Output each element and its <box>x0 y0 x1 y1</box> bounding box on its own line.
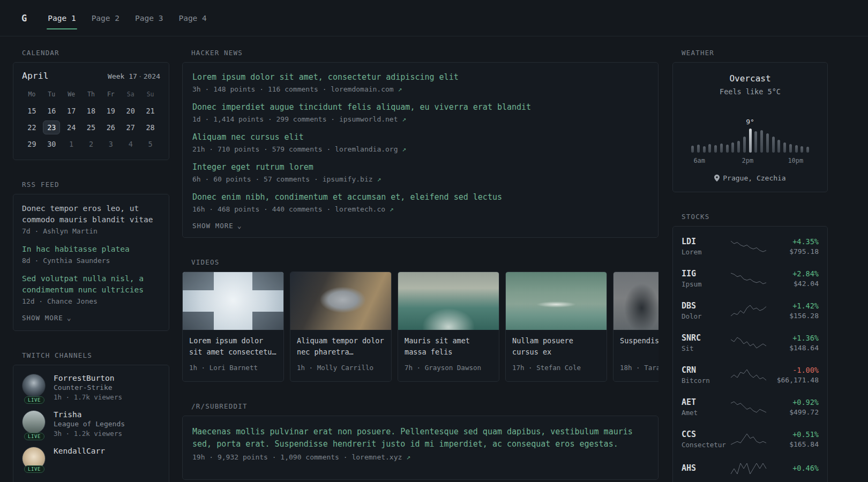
twitch-avatar-wrap: LIVE <box>22 410 47 438</box>
post-meta-text: 16h · 468 points · 440 comments · <box>192 205 335 213</box>
weather-bar <box>737 141 740 153</box>
tab-page-2[interactable]: Page 2 <box>91 0 121 36</box>
tab-page-4[interactable]: Page 4 <box>177 0 207 36</box>
twitch-list: LIVEForrestBurtonCounter-Strike1h · 1.7k… <box>22 374 160 470</box>
video-title[interactable]: Suspendisse diam <box>620 335 659 359</box>
post-meta-text: 19h · 9,932 points · 1,090 comments · <box>192 453 351 461</box>
video-card[interactable]: Suspendisse diam18h · Tara <box>613 272 659 382</box>
weather-bar-highlight: 9° <box>749 129 752 153</box>
twitch-avatar <box>22 410 46 434</box>
weather-time-label: 2pm <box>742 157 754 164</box>
post-meta-text: 21h · 710 points · 579 comments · <box>192 145 335 153</box>
stock-row[interactable]: CCSConsectetur+0.51%$165.84 <box>682 423 819 455</box>
stock-row[interactable]: AHS+0.46% <box>682 455 819 482</box>
weather-bar <box>795 145 798 153</box>
video-thumbnail[interactable] <box>183 272 283 330</box>
video-card[interactable]: Nullam posuere cursus ex17h · Stefan Col… <box>505 272 607 382</box>
stock-row[interactable]: LDILorem+4.35%$795.18 <box>682 230 819 262</box>
external-link-icon: ↗ <box>390 205 394 213</box>
tab-page-3[interactable]: Page 3 <box>134 0 164 36</box>
stock-row[interactable]: DBSDolor+1.42%$156.28 <box>682 295 819 327</box>
stock-sparkline <box>729 239 768 253</box>
post-domain-link[interactable]: loremlandia.org <box>335 145 402 153</box>
video-card[interactable]: Lorem ipsum dolor sit amet consectetu…1h… <box>182 272 284 382</box>
twitch-channel-meta: 1h · 1.7k viewers <box>54 393 122 401</box>
tab-page-1[interactable]: Page 1 <box>47 0 77 36</box>
twitch-avatar-wrap: LIVE <box>22 447 47 470</box>
stock-row[interactable]: IIGIpsum+2.84%$42.04 <box>682 262 819 295</box>
video-title[interactable]: Mauris sit amet massa felis <box>405 335 492 359</box>
stock-row[interactable]: CRNBitcorn-1.00%$66,171.48 <box>682 359 819 391</box>
video-title[interactable]: Nullam posuere cursus ex <box>512 335 600 359</box>
stock-sparkline <box>729 304 768 318</box>
post-meta: 3h · 148 points · 116 comments · loremdo… <box>192 85 648 93</box>
twitch-channel[interactable]: LIVEKendallCarr <box>22 447 160 470</box>
post-title[interactable]: Donec imperdiet augue tincidunt felis al… <box>192 102 648 113</box>
post-item: Aliquam nec cursus elit21h · 710 points … <box>192 132 648 153</box>
weather-bar <box>754 131 757 153</box>
stock-price: $148.64 <box>768 344 819 352</box>
twitch-channel[interactable]: LIVEForrestBurtonCounter-Strike1h · 1.7k… <box>22 374 160 401</box>
calendar-dow-label: Fr <box>101 91 121 98</box>
weather-section: WEATHER Overcast Feels like 5°C 9° 6am2p… <box>672 49 828 192</box>
post-domain-link[interactable]: loremnet.xyz <box>351 453 406 461</box>
stock-values: +1.36%$148.64 <box>768 334 819 352</box>
twitch-channel-info: TrishaLeague of Legends3h · 1.2k viewers <box>54 410 125 438</box>
weather-time-label: 6am <box>693 157 705 164</box>
stock-name: Bitcorn <box>682 376 729 385</box>
weather-card: Overcast Feels like 5°C 9° 6am2pm10pm Pr… <box>672 62 828 192</box>
twitch-channel-name[interactable]: KendallCarr <box>54 447 105 455</box>
post-domain-link[interactable]: loremtech.co <box>335 205 390 213</box>
post-item: Integer eget rutrum lorem6h · 60 points … <box>192 162 648 183</box>
calendar-grid: 1516171819202122232425262728293012345 <box>22 104 160 151</box>
calendar-day: 25 <box>81 120 101 134</box>
post-title[interactable]: Aliquam nec cursus elit <box>192 132 648 143</box>
stock-price: $165.84 <box>768 440 819 448</box>
calendar-dow-label: Tu <box>42 91 62 98</box>
twitch-channel-name[interactable]: Trisha <box>54 410 125 419</box>
video-thumbnail[interactable] <box>290 272 391 330</box>
post-title[interactable]: Integer eget rutrum lorem <box>192 162 648 173</box>
videos-row: Lorem ipsum dolor sit amet consectetu…1h… <box>182 272 659 382</box>
rss-item-title[interactable]: In hac habitasse platea <box>22 244 160 255</box>
subreddit-list: Maecenas mollis pulvinar erat non posuer… <box>192 426 648 461</box>
weather-bar <box>743 137 746 153</box>
page-tabs: Page 1Page 2Page 3Page 4 <box>47 0 221 36</box>
stock-row[interactable]: SNRCSit+1.36%$148.64 <box>682 327 819 359</box>
rss-item-title[interactable]: Sed volutpat nulla nisl, a condimentum n… <box>22 273 160 296</box>
post-title[interactable]: Lorem ipsum dolor sit amet, consectetur … <box>192 72 648 83</box>
video-title[interactable]: Lorem ipsum dolor sit amet consectetu… <box>189 335 277 359</box>
rss-item-title[interactable]: Donec tempor eros leo, ut commodo mauris… <box>22 203 160 225</box>
stock-row[interactable]: AETAmet+0.92%$499.72 <box>682 391 819 423</box>
video-body: Nullam posuere cursus ex17h · Stefan Col… <box>506 330 607 381</box>
video-thumbnail[interactable] <box>613 272 659 330</box>
post-domain-link[interactable]: loremdomain.com <box>331 85 398 93</box>
twitch-channel[interactable]: LIVETrishaLeague of Legends3h · 1.2k vie… <box>22 410 160 438</box>
post-domain-link[interactable]: ipsumify.biz <box>323 175 377 183</box>
calendar-card: April Week 17·2024 MoTuWeThFrSaSu 151617… <box>13 62 169 160</box>
stock-values: +0.51%$165.84 <box>768 430 819 448</box>
calendar-day: 28 <box>140 120 160 134</box>
external-link-icon: ↗ <box>402 115 406 123</box>
post-title[interactable]: Donec enim nibh, condimentum et accumsan… <box>192 192 648 203</box>
stock-ticker: DBS <box>682 301 729 311</box>
hackernews-show-more-button[interactable]: SHOW MORE⌄ <box>192 222 648 230</box>
video-thumbnail[interactable] <box>506 272 607 330</box>
stocks-section: STOCKS LDILorem+4.35%$795.18IIGIpsum+2.8… <box>672 213 828 482</box>
rss-show-more-button[interactable]: SHOW MORE⌄ <box>22 314 160 322</box>
video-card[interactable]: Aliquam tempor dolor nec pharetra…1h · M… <box>290 272 392 382</box>
rss-item: In hac habitasse platea8d · Cynthia Saun… <box>22 244 160 265</box>
stock-name: Lorem <box>682 248 729 256</box>
video-thumbnail[interactable] <box>398 272 499 330</box>
stock-ticker: LDI <box>682 237 729 246</box>
post-domain-link[interactable]: ipsumworld.net <box>339 115 402 123</box>
twitch-channel-name[interactable]: ForrestBurton <box>54 374 122 382</box>
video-title[interactable]: Aliquam tempor dolor nec pharetra… <box>297 335 385 359</box>
stock-ticker: CCS <box>682 430 729 439</box>
rss-item: Donec tempor eros leo, ut commodo mauris… <box>22 203 160 235</box>
post-title[interactable]: Maecenas mollis pulvinar erat non posuer… <box>192 426 648 451</box>
video-card[interactable]: Mauris sit amet massa felis7h · Grayson … <box>398 272 499 382</box>
videos-section-label: VIDEOS <box>191 258 659 266</box>
post-item: Maecenas mollis pulvinar erat non posuer… <box>192 426 648 461</box>
stock-sparkline <box>729 368 768 382</box>
